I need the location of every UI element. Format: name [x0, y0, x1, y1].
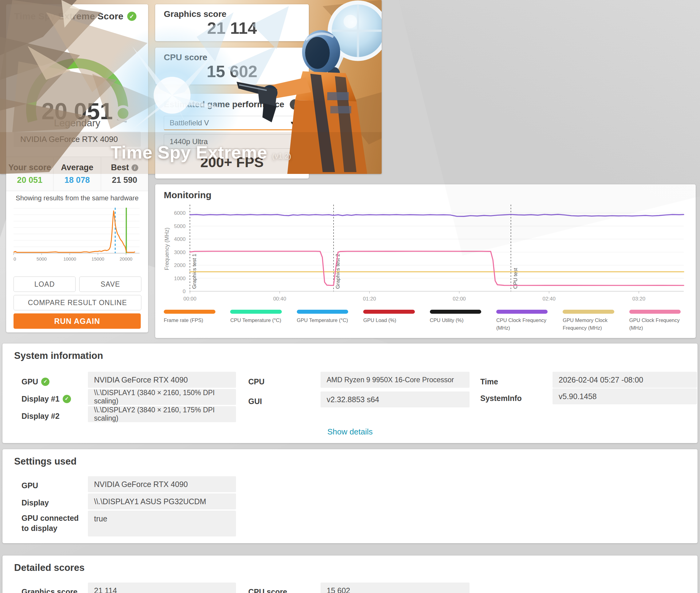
svg-text:02:00: 02:00	[453, 296, 466, 302]
run-again-button[interactable]: RUN AGAIN	[13, 313, 141, 329]
svg-text:15000: 15000	[91, 256, 105, 262]
legend-label: Frame rate (FPS)	[164, 316, 222, 324]
cpu-value-box: AMD Ryzen 9 9950X 16-Core Processor	[320, 372, 470, 388]
systeminfo-label-text: SystemInfo	[480, 393, 522, 403]
cpu-label: CPU	[248, 377, 265, 387]
monitoring-card: Monitoring 0100020003000400050006000Freq…	[155, 184, 696, 338]
settings-gpu-label: GPU	[22, 480, 38, 491]
legend-swatch	[230, 310, 282, 314]
legend-label: CPU Utility (%)	[430, 316, 488, 324]
legend-swatch	[297, 310, 348, 314]
display1-label-text: Display #1	[22, 394, 60, 404]
detailed-scores-title: Detailed scores	[14, 562, 84, 574]
legend-swatch	[164, 310, 216, 314]
time-label: Time	[480, 377, 498, 387]
svg-text:01:20: 01:20	[363, 296, 376, 302]
display2-value-box: \\.\DISPLAY2 (3840 × 2160, 175% DPI scal…	[88, 406, 236, 422]
svg-text:03:20: 03:20	[632, 296, 646, 302]
display1-value-box: \\.\DISPLAY1 (3840 × 2160, 150% DPI scal…	[88, 389, 236, 405]
load-button[interactable]: LOAD	[13, 277, 76, 292]
detailed-cpu-value-box: 15 602	[320, 583, 470, 593]
legend-label: GPU Temperature (°C)	[297, 316, 355, 324]
system-information-title: System information	[14, 350, 103, 361]
legend-item-cpu-utility-[interactable]: CPU Utility (%)	[430, 310, 488, 332]
monitoring-legend: Frame rate (FPS)CPU Temperature (°C)GPU …	[164, 310, 688, 332]
gpu-label: GPU ✓	[22, 377, 49, 387]
best-score-value: 21 590	[112, 175, 138, 185]
detailed-graphics-label-text: Graphics score	[22, 587, 77, 593]
legend-item-gpu-memory-clock-frequency-mhz-[interactable]: GPU Memory Clock Frequency (MHz)	[562, 310, 621, 332]
histogram-caption: Showing results from the same hardware	[6, 194, 148, 202]
legend-item-gpu-temperature-c-[interactable]: GPU Temperature (°C)	[297, 310, 355, 332]
save-button[interactable]: SAVE	[79, 277, 141, 292]
3dmark-result-page: Time Spy Extreme Score ✓ 20 051 Legendar…	[0, 0, 700, 593]
settings-gpu-value-box: NVIDIA GeForce RTX 4090	[88, 476, 236, 492]
score-histogram-chart: 05000100001500020000	[12, 205, 143, 266]
monitoring-title: Monitoring	[164, 190, 211, 200]
your-score-value: 20 051	[17, 175, 42, 185]
histogram-svg: 05000100001500020000	[12, 205, 143, 266]
settings-display-label: Display	[22, 498, 49, 508]
legend-swatch	[363, 310, 415, 314]
svg-text:00:40: 00:40	[273, 296, 286, 302]
svg-text:3000: 3000	[174, 249, 186, 255]
legend-label: CPU Clock Frequency (MHz)	[496, 316, 555, 332]
series-gpu-clock-frequency-mhz-	[190, 251, 684, 285]
svg-text:02:40: 02:40	[542, 296, 555, 302]
svg-text:6000: 6000	[174, 210, 186, 216]
legend-item-cpu-temperature-c-[interactable]: CPU Temperature (°C)	[230, 310, 288, 332]
time-value-box: 2026-02-04 05:27 -08:00	[552, 372, 697, 388]
settings-gpu-label-text: GPU	[22, 480, 38, 491]
legend-label: GPU Load (%)	[363, 316, 422, 324]
svg-text:0: 0	[183, 288, 186, 294]
systeminfo-label: SystemInfo	[480, 393, 522, 403]
legend-item-frame-rate-fps-[interactable]: Frame rate (FPS)	[164, 310, 222, 332]
svg-text:Frequency (MHz): Frequency (MHz)	[164, 227, 170, 270]
detailed-cpu-label-text: CPU score	[248, 587, 287, 593]
gpu-verified-icon: ✓	[41, 378, 49, 386]
svg-text:1000: 1000	[174, 276, 186, 281]
cpu-label-text: CPU	[248, 377, 265, 387]
legend-item-cpu-clock-frequency-mhz-[interactable]: CPU Clock Frequency (MHz)	[496, 310, 555, 332]
settings-display-label-text: Display	[22, 498, 49, 508]
settings-gpu-connected-value-box: true	[88, 511, 236, 537]
show-details-link[interactable]: Show details	[2, 427, 698, 437]
legend-label: GPU Clock Frequency (MHz)	[629, 316, 688, 332]
system-information-card: System information GPU ✓ NVIDIA GeForce …	[2, 344, 698, 443]
legend-item-gpu-load-[interactable]: GPU Load (%)	[363, 310, 422, 332]
hero-version: (v1.2)	[272, 152, 291, 160]
monitoring-chart: 0100020003000400050006000Frequency (MHz)…	[161, 202, 690, 307]
detailed-cpu-label: CPU score	[248, 587, 287, 593]
legend-swatch	[496, 310, 548, 314]
detailed-graphics-value-box: 21 114	[88, 583, 236, 593]
settings-used-card: Settings used GPU NVIDIA GeForce RTX 409…	[2, 449, 698, 543]
gpu-value-box: NVIDIA GeForce RTX 4090	[88, 372, 236, 388]
compare-result-online-button[interactable]: COMPARE RESULT ONLINE	[13, 295, 141, 310]
time-label-text: Time	[480, 377, 498, 387]
monitoring-svg: 0100020003000400050006000Frequency (MHz)…	[161, 202, 690, 307]
legend-swatch	[562, 310, 614, 314]
settings-gpu-connected-label-text: GPU connected to display	[22, 513, 83, 533]
legend-label: GPU Memory Clock Frequency (MHz)	[562, 316, 621, 332]
svg-text:20000: 20000	[120, 256, 132, 262]
benchmark-hero-banner: Time Spy Extreme (v1.2)	[0, 0, 382, 174]
svg-text:4000: 4000	[174, 236, 186, 242]
display2-label: Display #2	[22, 411, 60, 421]
hero-title-row: Time Spy Extreme (v1.2)	[111, 142, 291, 163]
systeminfo-value-box: v5.90.1458	[552, 388, 697, 404]
series-cpu-clock-frequency-mhz-	[190, 214, 684, 216]
settings-gpu-connected-label: GPU connected to display	[22, 513, 83, 533]
gui-label: GUI	[248, 396, 262, 406]
gui-value-box: v2.32.8853 s64	[320, 391, 470, 407]
legend-item-gpu-clock-frequency-mhz-[interactable]: GPU Clock Frequency (MHz)	[629, 310, 688, 332]
settings-used-title: Settings used	[14, 456, 77, 467]
settings-display-value-box: \\.\DISPLAY1 ASUS PG32UCDM	[88, 493, 236, 509]
legend-label: CPU Temperature (°C)	[230, 316, 288, 324]
display1-verified-icon: ✓	[63, 395, 71, 403]
svg-text:00:00: 00:00	[184, 296, 197, 302]
gpu-label-text: GPU	[22, 377, 38, 387]
average-score-value: 18 078	[65, 175, 90, 185]
legend-swatch	[430, 310, 481, 314]
svg-text:5000: 5000	[37, 256, 47, 262]
legend-swatch	[629, 310, 681, 314]
